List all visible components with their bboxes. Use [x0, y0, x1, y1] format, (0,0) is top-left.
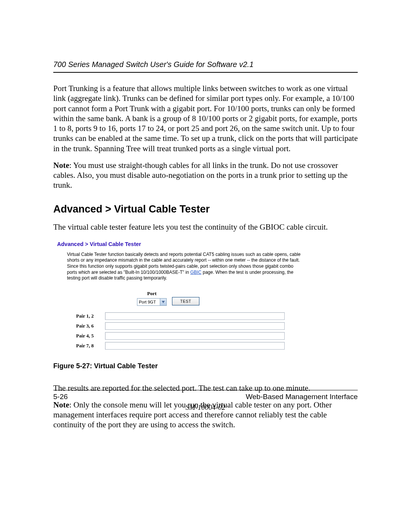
- chevron-down-icon: [162, 301, 165, 303]
- note-text: : You must use straight-though cables fo…: [53, 161, 347, 190]
- table-row: Pair 3, 6: [76, 321, 289, 331]
- note-straight-through: Note: You must use straight-though cable…: [53, 160, 358, 190]
- figure-caption: Figure 5-27: Virtual Cable Tester: [53, 362, 358, 370]
- port-column-label: Port: [147, 291, 157, 297]
- pair-label: Pair 1, 2: [76, 311, 105, 321]
- paragraph-port-trunking: Port Trunking is a feature that allows m…: [53, 83, 358, 153]
- port-select-dropdown-button[interactable]: [160, 299, 166, 305]
- figure-vct: Advanced > Virtual Cable Tester Virtual …: [53, 239, 358, 355]
- pair-label: Pair 7, 8: [76, 341, 105, 351]
- section-heading-vct: Advanced > Virtual Cable Tester: [53, 203, 358, 215]
- table-row: Pair 1, 2: [76, 311, 289, 321]
- pair-label: Pair 3, 6: [76, 321, 105, 331]
- figure-breadcrumb: Advanced > Virtual Cable Tester: [57, 241, 304, 247]
- page-footer: 5-26 Web-Based Management Interface SM-1…: [53, 390, 358, 412]
- test-button[interactable]: TEST: [172, 297, 199, 305]
- figure-description: Virtual Cable Tester function basically …: [67, 252, 304, 281]
- table-row: Pair 7, 8: [76, 341, 289, 351]
- port-select-value: Port 9GT: [137, 299, 160, 305]
- gbic-link[interactable]: GBIC: [190, 270, 201, 275]
- document-id: SM-10004-02: [53, 403, 358, 412]
- port-test-row: Port Port 9GT TEST: [137, 291, 304, 306]
- note-label: Note: [53, 161, 69, 170]
- table-row: Pair 4, 5: [76, 331, 289, 341]
- running-header: 700 Series Managed Switch User's Guide f…: [53, 60, 358, 69]
- page-number: 5-26: [53, 393, 68, 401]
- pair-result-field: [105, 342, 285, 350]
- footer-section-title: Web-Based Management Interface: [246, 393, 358, 401]
- divider-top: [53, 72, 358, 73]
- divider-bottom: [53, 390, 358, 390]
- pair-result-field: [105, 322, 285, 330]
- port-select[interactable]: Port 9GT: [137, 298, 167, 306]
- pair-label: Pair 4, 5: [76, 331, 105, 341]
- pair-result-field: [105, 312, 285, 320]
- pair-results-table: Pair 1, 2 Pair 3, 6 Pair 4, 5 Pair 7, 8: [76, 311, 289, 351]
- paragraph-vct-intro: The virtual cable tester feature lets yo…: [53, 222, 358, 232]
- pair-result-field: [105, 332, 285, 340]
